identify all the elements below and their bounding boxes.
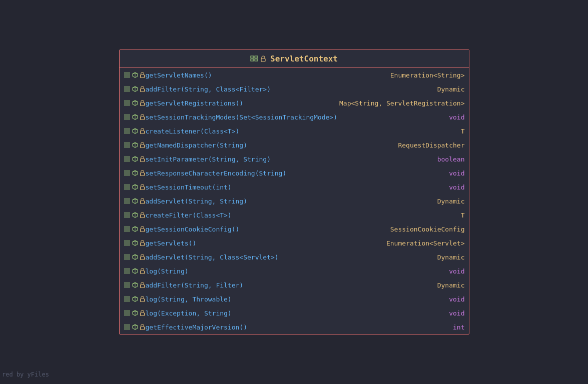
svg-rect-74 <box>140 200 144 204</box>
method-row[interactable]: getNamedDispatcher(String)RequestDispatc… <box>120 138 469 152</box>
method-name: addServlet(String, Class<Servlet>) <box>146 254 365 261</box>
method-lines-icon <box>124 156 131 162</box>
method-return-type: Dynamic <box>365 198 465 205</box>
class-diagram-box: ServletContext getServletNames()Enumerat… <box>119 50 469 334</box>
method-return-type: void <box>365 114 465 121</box>
svg-rect-0 <box>251 56 254 58</box>
method-icons <box>124 226 146 232</box>
method-row[interactable]: setSessionTimeout(int)void <box>120 180 469 194</box>
method-row[interactable]: setResponseCharacterEncoding(String)void <box>120 166 469 180</box>
svg-rect-102 <box>140 256 144 260</box>
method-row[interactable]: setInitParameter(String, String)boolean <box>120 152 469 166</box>
method-return-type: void <box>365 184 465 191</box>
svg-rect-11 <box>140 74 144 78</box>
method-lines-icon <box>124 86 131 92</box>
method-lock-icon <box>140 240 145 246</box>
method-row[interactable]: setSessionTrackingModes(Set<SessionTrack… <box>120 110 469 124</box>
method-cube-icon <box>132 324 138 330</box>
svg-rect-137 <box>140 326 144 330</box>
method-name: log(String, Throwable) <box>146 296 365 303</box>
method-lines-icon <box>124 72 131 78</box>
svg-rect-67 <box>140 186 144 190</box>
method-lock-icon <box>140 268 145 274</box>
svg-rect-130 <box>140 312 144 316</box>
method-name: getSessionCookieConfig() <box>146 226 365 233</box>
method-name: getEffectiveMajorVersion() <box>146 324 365 331</box>
method-lock-icon <box>140 254 145 260</box>
method-lock-icon <box>140 72 145 78</box>
method-row[interactable]: getServlets()Enumeration<Servlet> <box>120 236 469 250</box>
method-return-type: void <box>365 170 465 177</box>
svg-rect-116 <box>140 284 144 288</box>
method-lines-icon <box>124 324 131 330</box>
method-icons <box>124 282 146 288</box>
class-title: ServletContext <box>270 54 338 64</box>
method-row[interactable]: getServletNames()Enumeration<String> <box>120 68 469 82</box>
method-lines-icon <box>124 226 131 232</box>
method-icons <box>124 128 146 134</box>
watermark-text: red by yFiles <box>0 371 49 378</box>
method-row[interactable]: createFilter(Class<T>)T <box>120 208 469 222</box>
method-row[interactable]: addServlet(String, String)Dynamic <box>120 194 469 208</box>
method-name: addServlet(String, String) <box>146 198 365 205</box>
method-lock-icon <box>140 128 145 134</box>
method-icons <box>124 240 146 246</box>
method-cube-icon <box>132 170 138 176</box>
method-icons <box>124 268 146 274</box>
method-cube-icon <box>132 114 138 120</box>
method-row[interactable]: getServletRegistrations()Map<String, Ser… <box>120 96 469 110</box>
class-lock-icon <box>260 56 266 62</box>
method-cube-icon <box>132 296 138 302</box>
class-grid-icon <box>250 56 258 62</box>
method-icons <box>124 198 146 204</box>
svg-rect-2 <box>251 59 254 61</box>
method-lines-icon <box>124 114 131 120</box>
method-name: setInitParameter(String, String) <box>146 156 365 163</box>
method-return-type: void <box>365 268 465 275</box>
method-return-type: void <box>365 296 465 303</box>
method-lines-icon <box>124 254 131 260</box>
method-cube-icon <box>132 86 138 92</box>
method-cube-icon <box>132 310 138 316</box>
method-return-type: Dynamic <box>365 254 465 261</box>
method-row[interactable]: createListener(Class<T>)T <box>120 124 469 138</box>
method-lines-icon <box>124 142 131 148</box>
method-lines-icon <box>124 282 131 288</box>
method-return-type: Dynamic <box>365 282 465 289</box>
method-row[interactable]: addFilter(String, Filter)Dynamic <box>120 278 469 292</box>
method-cube-icon <box>132 226 138 232</box>
method-row[interactable]: getSessionCookieConfig()SessionCookieCon… <box>120 222 469 236</box>
method-lock-icon <box>140 226 145 232</box>
method-row[interactable]: addFilter(String, Class<Filter>)Dynamic <box>120 82 469 96</box>
header-icons <box>250 56 266 62</box>
methods-list: getServletNames()Enumeration<String> add… <box>120 68 469 334</box>
svg-rect-46 <box>140 144 144 148</box>
svg-rect-25 <box>140 102 144 106</box>
method-cube-icon <box>132 184 138 190</box>
method-lock-icon <box>140 100 145 106</box>
svg-rect-95 <box>140 242 144 246</box>
method-name: log(Exception, String) <box>146 310 365 317</box>
method-lock-icon <box>140 198 145 204</box>
svg-rect-60 <box>140 172 144 176</box>
method-row[interactable]: log(Exception, String)void <box>120 306 469 320</box>
method-icons <box>124 100 146 106</box>
method-icons <box>124 86 146 92</box>
method-lock-icon <box>140 310 145 316</box>
method-return-type: int <box>365 324 465 331</box>
method-name: getNamedDispatcher(String) <box>146 142 365 149</box>
method-cube-icon <box>132 212 138 218</box>
method-cube-icon <box>132 72 138 78</box>
svg-rect-4 <box>261 58 265 62</box>
svg-rect-32 <box>140 116 144 120</box>
method-name: setSessionTimeout(int) <box>146 184 365 191</box>
method-row[interactable]: log(String, Throwable)void <box>120 292 469 306</box>
method-row[interactable]: getEffectiveMajorVersion()int <box>120 320 469 334</box>
method-return-type: RequestDispatcher <box>365 142 465 149</box>
method-row[interactable]: log(String)void <box>120 264 469 278</box>
method-icons <box>124 296 146 302</box>
method-name: addFilter(String, Class<Filter>) <box>146 86 365 93</box>
method-row[interactable]: addServlet(String, Class<Servlet>)Dynami… <box>120 250 469 264</box>
method-lines-icon <box>124 310 131 316</box>
method-return-type: Enumeration<Servlet> <box>365 240 465 247</box>
